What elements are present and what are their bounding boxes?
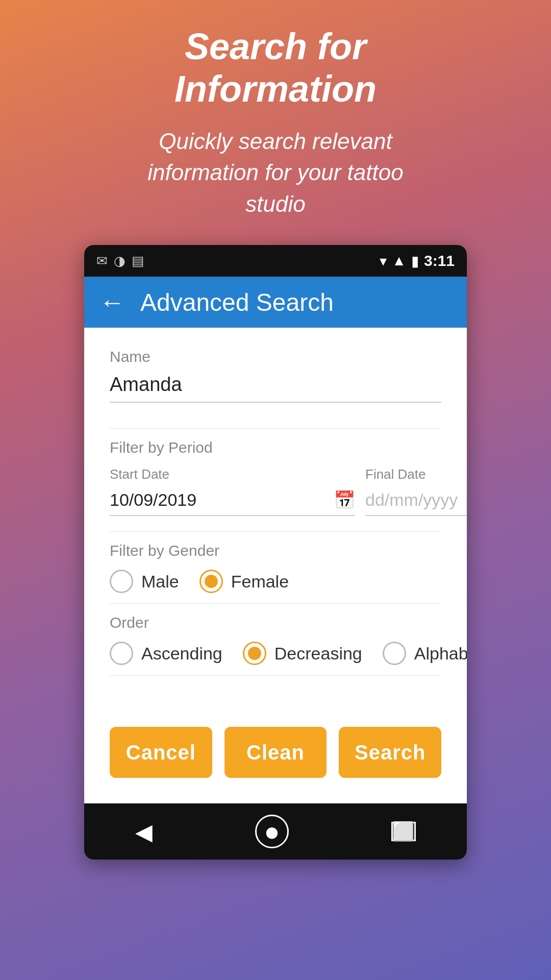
order-label: Order <box>110 614 441 631</box>
back-button[interactable]: ← <box>99 287 125 317</box>
background: Search for Information Quickly search re… <box>0 0 551 980</box>
final-date-col: Final Date 📅 <box>365 467 467 516</box>
gender-male-label: Male <box>141 572 179 592</box>
main-title: Search for Information <box>41 26 510 110</box>
search-button[interactable]: Search <box>339 727 441 778</box>
start-date-col: Start Date 📅 <box>110 467 355 516</box>
divider-3 <box>110 603 441 604</box>
order-radio-group: Ascending Decreasing Alphabetical <box>110 642 441 665</box>
phone-frame: ✉ ◑ ▤ ▾ ▲ ▮ 3:11 ← Advanced Search Name … <box>84 245 467 860</box>
email-icon: ✉ <box>96 253 108 269</box>
gender-radio-group: Male Female <box>110 570 441 593</box>
final-date-label: Final Date <box>365 467 467 482</box>
filter-gender-label: Filter by Gender <box>110 542 441 559</box>
gender-female-radio-fill <box>205 575 218 588</box>
wifi-icon: ▾ <box>380 253 387 270</box>
cancel-button[interactable]: Cancel <box>110 727 212 778</box>
order-ascending-option[interactable]: Ascending <box>110 642 222 665</box>
divider-1 <box>110 428 441 429</box>
recents-nav-icon[interactable]: ⬜ <box>391 822 416 841</box>
order-alphabetical-radio[interactable] <box>383 642 406 665</box>
final-date-input-row: 📅 <box>365 489 467 516</box>
app-bar: ← Advanced Search <box>84 277 467 328</box>
circle-icon: ◑ <box>114 253 126 269</box>
start-date-input-row: 📅 <box>110 489 355 516</box>
status-icons-left: ✉ ◑ ▤ <box>96 253 144 269</box>
file-icon: ▤ <box>132 253 144 269</box>
order-ascending-radio[interactable] <box>110 642 133 665</box>
divider-2 <box>110 531 441 532</box>
date-row: Start Date 📅 Final Date 📅 <box>110 467 441 516</box>
signal-icon: ▲ <box>392 253 406 269</box>
order-alphabetical-option[interactable]: Alphabetical <box>383 642 467 665</box>
name-label: Name <box>110 348 441 365</box>
gender-female-option[interactable]: Female <box>199 570 289 593</box>
button-row: Cancel Clean Search <box>84 706 467 803</box>
gender-male-option[interactable]: Male <box>110 570 179 593</box>
back-nav-icon[interactable]: ◀ <box>135 819 153 845</box>
order-decreasing-radio[interactable] <box>243 642 266 665</box>
start-date-calendar-icon[interactable]: 📅 <box>334 489 355 510</box>
status-icons-right: ▾ ▲ ▮ 3:11 <box>380 252 455 270</box>
filter-period-label: Filter by Period <box>110 439 441 456</box>
divider-4 <box>110 675 441 676</box>
order-alphabetical-label: Alphabetical <box>414 644 467 664</box>
order-decreasing-label: Decreasing <box>274 644 362 664</box>
start-date-input[interactable] <box>110 490 327 510</box>
home-nav-icon[interactable]: ● <box>255 815 289 848</box>
name-input[interactable] <box>110 374 441 403</box>
clean-button[interactable]: Clean <box>224 727 327 778</box>
app-bar-title: Advanced Search <box>140 288 334 316</box>
final-date-input[interactable] <box>365 490 467 510</box>
title-section: Search for Information Quickly search re… <box>0 0 551 235</box>
order-ascending-label: Ascending <box>141 644 222 664</box>
form-content: Name Filter by Period Start Date 📅 Final… <box>84 328 467 706</box>
subtitle: Quickly search relevant information for … <box>41 126 510 220</box>
order-decreasing-option[interactable]: Decreasing <box>243 642 362 665</box>
start-date-label: Start Date <box>110 467 355 482</box>
gender-female-label: Female <box>231 572 289 592</box>
nav-bar: ◀ ● ⬜ <box>84 803 467 860</box>
status-time: 3:11 <box>424 252 455 270</box>
order-decreasing-radio-fill <box>248 647 261 660</box>
battery-icon: ▮ <box>411 253 419 270</box>
status-bar: ✉ ◑ ▤ ▾ ▲ ▮ 3:11 <box>84 245 467 277</box>
gender-female-radio[interactable] <box>199 570 223 593</box>
gender-male-radio[interactable] <box>110 570 133 593</box>
